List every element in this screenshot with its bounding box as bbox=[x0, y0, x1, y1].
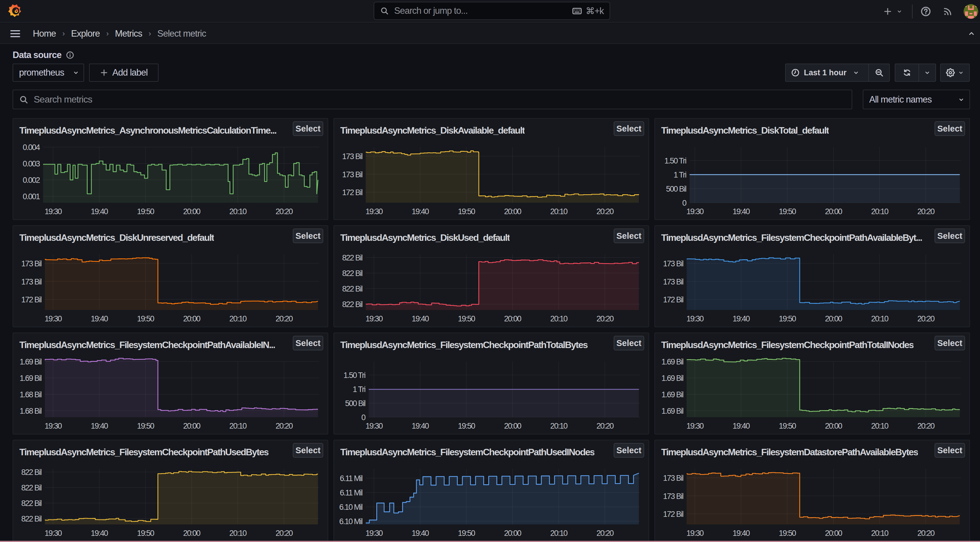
svg-text:19:30: 19:30 bbox=[366, 529, 383, 537]
svg-text:1.69 Bil: 1.69 Bil bbox=[20, 358, 41, 366]
svg-text:822 Bil: 822 Bil bbox=[342, 300, 363, 309]
svg-text:173 Bil: 173 Bil bbox=[663, 474, 683, 483]
svg-text:6.11 Mil: 6.11 Mil bbox=[340, 488, 363, 497]
svg-text:20:20: 20:20 bbox=[275, 421, 293, 431]
svg-text:172 Bil: 172 Bil bbox=[663, 295, 683, 304]
svg-text:1.69 Bil: 1.69 Bil bbox=[662, 374, 683, 383]
svg-text:0.003: 0.003 bbox=[22, 159, 40, 168]
svg-text:172 Bil: 172 Bil bbox=[21, 295, 41, 304]
svg-text:173 Bil: 173 Bil bbox=[342, 152, 363, 161]
svg-text:1.50 Tri: 1.50 Tri bbox=[664, 156, 686, 165]
svg-text:822 Bil: 822 Bil bbox=[342, 285, 363, 293]
svg-text:172 Bil: 172 Bil bbox=[342, 188, 363, 197]
svg-text:19:30: 19:30 bbox=[45, 529, 62, 537]
svg-text:173 Bil: 173 Bil bbox=[663, 259, 683, 268]
svg-text:19:40: 19:40 bbox=[412, 529, 429, 537]
svg-text:173 Bil: 173 Bil bbox=[663, 277, 683, 286]
svg-text:19:30: 19:30 bbox=[45, 314, 62, 323]
svg-text:20:00: 20:00 bbox=[825, 421, 842, 431]
svg-text:19:40: 19:40 bbox=[91, 421, 108, 431]
svg-text:20:10: 20:10 bbox=[550, 421, 568, 431]
svg-text:19:30: 19:30 bbox=[686, 529, 704, 537]
svg-text:19:50: 19:50 bbox=[458, 529, 475, 537]
svg-text:19:30: 19:30 bbox=[366, 314, 383, 323]
svg-text:19:50: 19:50 bbox=[779, 529, 796, 537]
svg-text:19:50: 19:50 bbox=[779, 421, 796, 431]
svg-text:20:20: 20:20 bbox=[275, 529, 293, 537]
svg-text:19:30: 19:30 bbox=[686, 207, 704, 216]
svg-text:19:40: 19:40 bbox=[91, 207, 108, 216]
svg-text:19:30: 19:30 bbox=[45, 207, 62, 216]
svg-text:19:50: 19:50 bbox=[458, 207, 475, 216]
svg-text:20:00: 20:00 bbox=[183, 207, 200, 216]
svg-text:173 Bil: 173 Bil bbox=[663, 492, 683, 501]
svg-text:1 Tri: 1 Tri bbox=[353, 385, 366, 394]
svg-text:19:40: 19:40 bbox=[733, 421, 750, 431]
svg-text:19:40: 19:40 bbox=[91, 529, 108, 537]
svg-text:173 Bil: 173 Bil bbox=[21, 277, 41, 286]
svg-text:19:30: 19:30 bbox=[686, 314, 704, 323]
svg-text:19:50: 19:50 bbox=[779, 314, 796, 323]
svg-text:19:30: 19:30 bbox=[366, 421, 383, 431]
svg-text:19:50: 19:50 bbox=[458, 421, 475, 431]
svg-text:20:10: 20:10 bbox=[871, 207, 889, 216]
svg-text:20:20: 20:20 bbox=[597, 421, 614, 431]
svg-text:1.50 Tri: 1.50 Tri bbox=[344, 371, 366, 380]
svg-text:500 Bil: 500 Bil bbox=[666, 184, 686, 193]
svg-text:1.68 Bil: 1.68 Bil bbox=[20, 407, 41, 415]
svg-text:19:40: 19:40 bbox=[733, 207, 750, 216]
svg-text:19:30: 19:30 bbox=[45, 421, 62, 431]
svg-text:19:50: 19:50 bbox=[458, 314, 475, 323]
svg-text:0: 0 bbox=[361, 413, 366, 422]
svg-text:20:20: 20:20 bbox=[917, 207, 935, 216]
svg-text:822 Bil: 822 Bil bbox=[342, 253, 363, 262]
svg-text:19:40: 19:40 bbox=[733, 529, 750, 537]
svg-text:19:40: 19:40 bbox=[91, 314, 108, 323]
svg-text:19:40: 19:40 bbox=[733, 314, 750, 323]
svg-text:822 Bil: 822 Bil bbox=[21, 483, 41, 492]
svg-text:19:50: 19:50 bbox=[137, 207, 154, 216]
svg-text:20:20: 20:20 bbox=[275, 314, 293, 323]
svg-text:20:10: 20:10 bbox=[229, 314, 247, 323]
svg-text:20:00: 20:00 bbox=[504, 529, 521, 537]
svg-text:20:10: 20:10 bbox=[550, 529, 568, 537]
svg-text:173 Bil: 173 Bil bbox=[342, 170, 363, 179]
svg-text:20:00: 20:00 bbox=[825, 207, 842, 216]
svg-text:20:10: 20:10 bbox=[871, 529, 889, 537]
svg-text:20:20: 20:20 bbox=[917, 421, 935, 431]
svg-text:20:00: 20:00 bbox=[504, 207, 521, 216]
svg-text:0.004: 0.004 bbox=[22, 143, 40, 152]
svg-text:19:50: 19:50 bbox=[137, 314, 154, 323]
svg-text:19:40: 19:40 bbox=[412, 314, 429, 323]
svg-text:173 Bil: 173 Bil bbox=[21, 259, 41, 268]
svg-text:20:10: 20:10 bbox=[229, 421, 247, 431]
svg-text:19:50: 19:50 bbox=[137, 529, 154, 537]
svg-text:20:20: 20:20 bbox=[917, 314, 935, 323]
svg-text:19:50: 19:50 bbox=[779, 207, 796, 216]
svg-text:0: 0 bbox=[682, 199, 686, 207]
svg-text:1.69 Bil: 1.69 Bil bbox=[662, 390, 683, 399]
svg-text:19:30: 19:30 bbox=[686, 421, 704, 431]
svg-text:19:50: 19:50 bbox=[137, 421, 154, 431]
svg-text:20:10: 20:10 bbox=[229, 529, 247, 537]
svg-text:500 Bil: 500 Bil bbox=[345, 399, 366, 408]
svg-text:20:20: 20:20 bbox=[917, 529, 935, 537]
svg-text:0.001: 0.001 bbox=[22, 192, 40, 201]
svg-text:19:40: 19:40 bbox=[412, 207, 429, 216]
svg-text:20:00: 20:00 bbox=[504, 421, 521, 431]
svg-text:20:10: 20:10 bbox=[871, 314, 889, 323]
svg-text:20:10: 20:10 bbox=[229, 207, 247, 216]
svg-text:20:10: 20:10 bbox=[550, 314, 568, 323]
svg-text:0.002: 0.002 bbox=[22, 176, 40, 184]
svg-text:20:00: 20:00 bbox=[825, 529, 842, 537]
svg-text:822 Bil: 822 Bil bbox=[342, 269, 363, 278]
svg-text:19:40: 19:40 bbox=[412, 421, 429, 431]
svg-text:20:20: 20:20 bbox=[275, 207, 293, 216]
svg-text:1 Tri: 1 Tri bbox=[673, 170, 686, 179]
svg-text:20:00: 20:00 bbox=[183, 421, 200, 431]
svg-text:20:10: 20:10 bbox=[550, 207, 568, 216]
svg-text:6.10 Mil: 6.10 Mil bbox=[339, 517, 363, 526]
svg-text:822 Bil: 822 Bil bbox=[21, 499, 41, 508]
svg-text:1.69 Bil: 1.69 Bil bbox=[20, 374, 41, 383]
svg-text:20:00: 20:00 bbox=[183, 314, 200, 323]
